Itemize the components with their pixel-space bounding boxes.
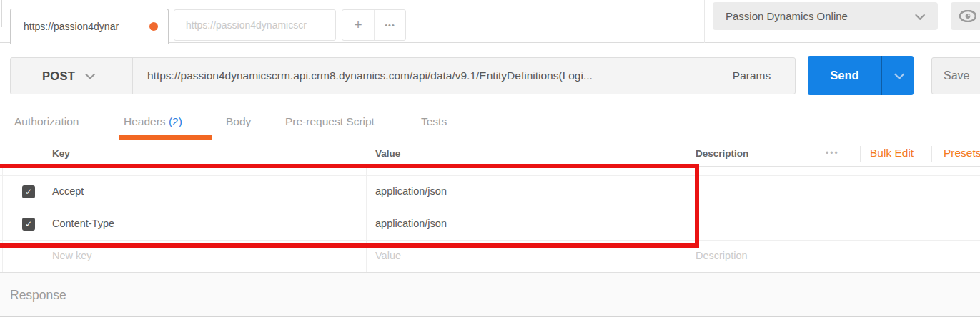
unsaved-changes-dot-icon [149, 22, 158, 31]
topbar-divider [704, 0, 705, 43]
environment-selected-label: Passion Dynamics Online [726, 10, 848, 22]
environment-selector[interactable]: Passion Dynamics Online [713, 2, 938, 30]
new-description-input[interactable]: Description [696, 250, 748, 261]
save-button[interactable]: Save [931, 57, 980, 94]
header-value-cell[interactable]: application/json [375, 218, 447, 229]
new-tab-button[interactable]: + [342, 10, 374, 40]
header-key-cell[interactable]: Accept [52, 185, 84, 197]
params-button[interactable]: Params [708, 57, 796, 94]
send-options-dropdown[interactable] [881, 56, 914, 95]
presets-link[interactable]: Presets [944, 147, 980, 160]
tab-headers-label: Headers [124, 115, 169, 127]
header-more-menu-icon[interactable]: ••• [826, 148, 839, 158]
more-tabs-button[interactable]: ••• [374, 10, 405, 40]
chevron-down-icon [915, 9, 925, 19]
header-separator [860, 146, 861, 162]
active-tab-underline [119, 135, 212, 140]
tab-url-label: https://passion4dynamicscr [186, 19, 307, 31]
request-tab-active[interactable]: https://passion4dynar [10, 9, 169, 44]
left-edge-divider [1, 0, 2, 27]
row-enabled-checkbox[interactable]: ✓ [22, 218, 35, 231]
send-split-button: Send [808, 56, 914, 95]
environment-quick-look-button[interactable] [951, 2, 980, 30]
header-row-content-type: ✓ Content-Type application/json [0, 208, 980, 241]
plus-icon: + [354, 17, 362, 33]
table-top-sliver [0, 167, 980, 176]
postman-app: https://passion4dynar https://passion4dy… [0, 0, 980, 320]
save-label: Save [944, 69, 969, 82]
new-header-row: New key Value Description [0, 241, 980, 273]
header-row-accept: ✓ Accept application/json [0, 176, 980, 208]
headers-table-body: ✓ Accept application/json ✓ Content-Type… [0, 167, 980, 273]
ellipsis-icon: ••• [385, 21, 395, 29]
chevron-down-icon [85, 69, 95, 79]
tab-headers[interactable]: Headers (2) [124, 115, 182, 128]
row-enabled-checkbox[interactable]: ✓ [22, 185, 35, 198]
new-key-input[interactable]: New key [52, 250, 92, 261]
check-icon: ✓ [25, 219, 32, 229]
tab-tests[interactable]: Tests [421, 115, 447, 128]
request-tab-bar: https://passion4dynar https://passion4dy… [0, 0, 980, 43]
bulk-edit-link[interactable]: Bulk Edit [870, 147, 914, 160]
headers-count-badge: (2) [169, 115, 182, 127]
request-editor-tabs: Authorization Headers (2) Body Pre-reque… [0, 104, 980, 143]
request-tab-inactive[interactable]: https://passion4dynamicscr [174, 9, 336, 41]
tab-authorization[interactable]: Authorization [14, 115, 79, 128]
header-key-cell[interactable]: Content-Type [52, 218, 114, 229]
header-separator [931, 146, 932, 162]
chevron-down-icon [894, 69, 904, 79]
new-value-input[interactable]: Value [375, 250, 401, 261]
request-url-input[interactable]: https://passion4dynamicscrm.api.crm8.dyn… [132, 57, 708, 94]
response-section-header: Response [0, 273, 980, 317]
tab-actions-group: + ••• [342, 9, 406, 41]
tab-pre-request-script[interactable]: Pre-request Script [285, 115, 375, 128]
tab-url-label: https://passion4dynar [24, 21, 119, 32]
check-icon: ✓ [25, 187, 32, 197]
eye-icon [959, 10, 976, 22]
send-label: Send [830, 69, 858, 82]
request-url-value: https://passion4dynamicscrm.api.crm8.dyn… [147, 69, 593, 82]
method-label: POST [42, 69, 75, 83]
header-value-cell[interactable]: application/json [375, 185, 447, 197]
send-button[interactable]: Send [808, 56, 881, 95]
tab-body[interactable]: Body [226, 115, 251, 128]
response-title: Response [10, 288, 66, 303]
method-selector[interactable]: POST [10, 57, 133, 94]
column-key: Key [52, 148, 70, 159]
headers-table-header: Key Value Description ••• Bulk Edit Pres… [0, 143, 980, 167]
column-value: Value [375, 148, 400, 159]
column-description: Description [696, 148, 748, 159]
params-label: Params [733, 69, 771, 82]
